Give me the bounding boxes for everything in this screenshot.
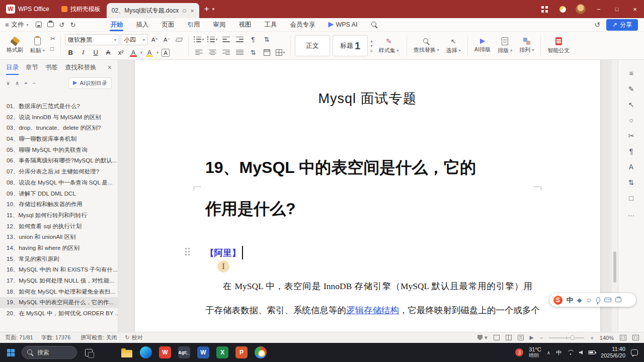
toc-item[interactable]: 16、MySQL 中的 IN 和 EXISTS 子句有什...	[0, 264, 118, 276]
vertical-scrollbar-track[interactable]	[612, 60, 618, 332]
cut-icon[interactable]: ✂	[50, 35, 55, 42]
superscript-button[interactable]: x²	[115, 47, 126, 57]
ime-mic-icon[interactable]	[596, 297, 600, 303]
panel-clip-icon[interactable]: ✂	[628, 132, 634, 139]
ime-emoji-icon[interactable]: ☺	[586, 297, 592, 303]
panel-paragraph-icon[interactable]: ¶	[629, 148, 633, 155]
tab-reference[interactable]: 引用	[181, 18, 206, 31]
font-color-button[interactable]: A	[128, 47, 139, 57]
toc-item[interactable]: 17、MySQL 如何处理 NULL 值，对性能...	[0, 276, 118, 287]
toc-item[interactable]: 14、having 和 where 的区别	[0, 243, 118, 254]
panel-outline-icon[interactable]: ≡	[629, 70, 633, 77]
vertical-scrollbar-thumb[interactable]	[613, 251, 616, 283]
arrange-button[interactable]: 排列▾	[516, 34, 537, 58]
toc-item[interactable]: 09、讲解下 DDL DML DCL	[0, 189, 118, 200]
toc-item[interactable]: 15、常见的索引原则	[0, 254, 118, 265]
sidebar-close-icon[interactable]: ×	[108, 63, 112, 71]
toc-item[interactable]: 20、在 MySQL 中，如何优化 ORDER BY ...	[0, 308, 118, 319]
tab-view[interactable]: 视图	[232, 18, 258, 31]
battery-icon[interactable]	[588, 350, 595, 354]
excel-icon[interactable]: X	[216, 346, 228, 358]
protect-mode-button[interactable]: ▾	[477, 334, 488, 341]
task-view-button[interactable]	[85, 349, 93, 356]
print-icon[interactable]	[47, 22, 54, 27]
character-border-button[interactable]: A	[162, 49, 170, 57]
paragraph-mark-button[interactable]: ¶	[247, 34, 259, 44]
toc-item[interactable]: 06、事务隔离级别有哪些?MySQL 的默认...	[0, 155, 118, 166]
tab-insert[interactable]: 插入	[129, 18, 155, 31]
paste-button[interactable]: 粘贴▾	[27, 34, 48, 58]
terminal-icon[interactable]: &gt;_	[178, 346, 190, 358]
sidebar-tab-toc[interactable]: 目录	[6, 60, 19, 75]
tab-tools[interactable]: 工具	[258, 18, 283, 31]
font-size-select[interactable]: 小四 ▾	[121, 34, 148, 45]
toc-item[interactable]: 04、聊一聊数据库事务机制	[0, 134, 118, 145]
grow-font-button[interactable]: A⁺	[149, 35, 160, 45]
fullscreen-play-icon[interactable]: ▶	[530, 334, 534, 341]
font-color-caret-icon[interactable]: ▾	[140, 50, 142, 55]
smart-doc-button[interactable]: 智能公文	[544, 34, 573, 58]
tab-home[interactable]: 开始	[104, 18, 129, 31]
select-button[interactable]: ↖ 选择▾	[443, 34, 464, 58]
file-explorer-icon[interactable]	[121, 346, 133, 358]
toc-item[interactable]: 01、数据库的三范式是什么?	[0, 101, 118, 112]
sidebar-tab-bookmark[interactable]: 书签	[45, 60, 58, 75]
bullet-list-button[interactable]: ▾	[193, 34, 205, 44]
new-tab-button[interactable]: +	[204, 4, 209, 14]
proofread-button[interactable]: ↻ 校对	[125, 334, 142, 341]
ime-mode-indicator[interactable]: 中	[567, 296, 573, 305]
zoom-in-outline-icon[interactable]: +	[24, 80, 27, 86]
indent-button[interactable]	[233, 34, 246, 44]
edge-icon[interactable]	[140, 346, 152, 358]
gallery-down-icon[interactable]: ▾	[370, 44, 373, 48]
document-page[interactable]: Mysql 面试专题 19、MySQL 中的表空间是什么，它的 作用是什么? 【…	[135, 60, 600, 332]
workspace-grid-button[interactable]	[535, 0, 553, 18]
shading-button[interactable]	[261, 47, 273, 57]
ai-layout-button[interactable]: AI排版	[471, 34, 494, 58]
zoom-out-icon[interactable]: −	[540, 335, 543, 341]
sogou-logo-icon[interactable]: S	[553, 296, 562, 305]
font-family-select[interactable]: 微软雅黑 ▾	[65, 34, 119, 45]
zoom-in-icon[interactable]: +	[590, 335, 593, 341]
ai-recognize-toc-button[interactable]: AI识别目录	[68, 77, 112, 89]
tab-wps-ai[interactable]: WPS AI	[321, 18, 364, 31]
find-replace-button[interactable]: 查找替换▾	[410, 34, 443, 58]
view-column-icon[interactable]	[506, 335, 512, 340]
zoom-slider[interactable]	[549, 337, 584, 338]
ime-keyboard-icon[interactable]	[604, 298, 611, 302]
toc-item[interactable]: 05、聊聊 MySQL 中的关联查询	[0, 145, 118, 156]
align-right-button[interactable]	[220, 47, 232, 57]
expand-all-icon[interactable]: ∧	[15, 80, 19, 86]
toc-item[interactable]: 03、drop、truncate、delete 的区别?	[0, 123, 118, 134]
fit-width-icon[interactable]	[632, 335, 639, 340]
file-menu[interactable]: ≡ 文件 ▾	[0, 21, 34, 29]
panel-spacing-icon[interactable]: ⇅	[628, 179, 634, 186]
panel-select-icon[interactable]: ↖	[628, 101, 634, 108]
windows-start-button[interactable]	[7, 349, 15, 356]
tab-list-caret-icon[interactable]: ▾	[212, 7, 215, 12]
toc-item[interactable]: 11、Mysql 如何行转列和列转行	[0, 210, 118, 221]
save-icon[interactable]	[36, 22, 42, 28]
spellcheck-status[interactable]: 拼写检查: 关闭	[78, 334, 117, 341]
sync-icon[interactable]: ↺	[594, 21, 600, 29]
volume-icon[interactable]	[579, 350, 583, 354]
clear-format-button[interactable]	[174, 35, 184, 45]
toc-item[interactable]: 18、如何在 MySQL 中处理和避免全表扫...	[0, 287, 118, 298]
panel-more-icon[interactable]: …	[628, 210, 635, 217]
panel-seal-icon[interactable]: ○	[629, 117, 633, 124]
underline-button[interactable]: U	[90, 47, 101, 57]
sidebar-tab-section[interactable]: 章节	[26, 60, 38, 75]
tab-page[interactable]: 页面	[155, 18, 181, 31]
align-justify-button[interactable]	[233, 47, 246, 57]
style-set-button[interactable]: ✎ 样式集▾	[375, 37, 403, 54]
panel-card-icon[interactable]: □	[629, 195, 633, 202]
maximize-button[interactable]: □	[608, 0, 626, 18]
ime-skin-icon[interactable]: ◆	[577, 297, 582, 303]
tab-docer-template[interactable]: 找稻壳模板	[55, 0, 107, 18]
strikethrough-button[interactable]: A	[103, 47, 114, 57]
style-heading1[interactable]: 标题 1	[333, 35, 368, 56]
line-spacing-button[interactable]: ⇅	[247, 47, 259, 57]
clock[interactable]: 11:40 2025/6/20	[601, 346, 625, 359]
highlight-caret-icon[interactable]: ▾	[156, 50, 158, 55]
paragraph-drag-handle[interactable]	[185, 248, 190, 256]
